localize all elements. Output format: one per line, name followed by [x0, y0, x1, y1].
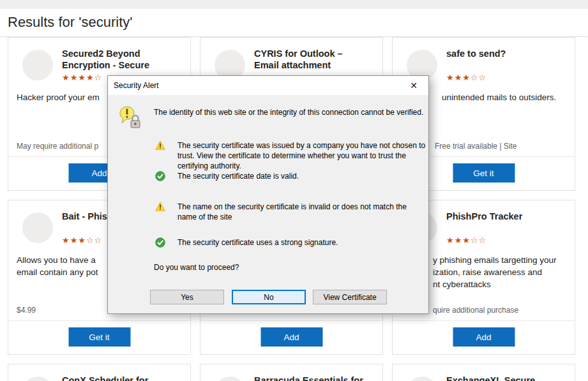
divider: [200, 320, 382, 321]
dialog-titlebar[interactable]: Security Alert ✕: [108, 76, 428, 95]
dialog-item: The security certificate date is valid.: [155, 171, 426, 181]
addin-card: ExchangeXL Secure: [392, 364, 575, 381]
addin-footnote: May require additional p: [17, 142, 98, 151]
page-title: Results for 'security': [8, 14, 588, 31]
addin-title[interactable]: safe to send?: [446, 48, 561, 59]
close-button[interactable]: ✕: [399, 76, 428, 95]
warning-icon: [155, 202, 165, 212]
add-button[interactable]: Add: [453, 327, 515, 347]
rating-stars: ★★★☆☆: [62, 235, 102, 245]
ok-icon: [155, 237, 165, 248]
dialog-item-text: The security certificate uses a strong s…: [177, 237, 426, 248]
addin-footnote: Free trial available | Site: [435, 142, 517, 151]
get-it-button[interactable]: Get it: [68, 327, 130, 347]
dialog-item: The name on the security certificate is …: [155, 202, 426, 222]
addin-avatar: [22, 377, 53, 381]
description-line: nt cyberattacks: [433, 278, 569, 290]
page-header: Results for 'security': [0, 9, 588, 37]
addin-title[interactable]: Secured2 Beyond Encryption - Secure: [62, 48, 177, 71]
view-certificate-button[interactable]: View Certificate: [313, 290, 387, 304]
get-it-button[interactable]: Get it: [453, 163, 515, 183]
security-alert-dialog: Security Alert ✕ The identity of this we…: [107, 75, 429, 314]
dialog-item-text: The security certificate date is valid.: [177, 171, 426, 181]
addin-avatar: [22, 213, 53, 243]
addin-card: ConX Scheduler for: [8, 364, 191, 381]
ok-icon: [155, 171, 165, 181]
description-line: y phishing emails targetting your: [433, 254, 569, 266]
addin-footnote: quire additional purchase: [433, 306, 518, 315]
dialog-item-text: The name on the security certificate is …: [177, 202, 426, 222]
security-alert-icon: [118, 105, 141, 130]
close-icon: ✕: [410, 80, 418, 91]
top-strip: [0, 0, 588, 9]
addin-title[interactable]: Barracuda Essentials for: [254, 375, 382, 381]
dialog-item-text: The security certificate was issued by a…: [177, 140, 426, 171]
rating-stars: ★★★★☆: [62, 73, 102, 82]
rating-stars: ★★★☆☆: [446, 235, 486, 245]
warning-icon: [155, 140, 165, 151]
dialog-main-text: The identity of this web site or the int…: [154, 108, 432, 117]
addin-title[interactable]: CYRIS for Outlook – Email attachment: [254, 48, 369, 71]
yes-button[interactable]: Yes: [150, 290, 224, 304]
addin-avatar: [407, 377, 437, 381]
add-button[interactable]: Add: [260, 327, 322, 347]
addin-title[interactable]: ConX Scheduler for: [62, 375, 190, 381]
dialog-question: Do you want to proceed?: [154, 263, 239, 272]
addin-price: $4.99: [17, 306, 36, 315]
dialog-title: Security Alert: [114, 81, 159, 90]
no-button[interactable]: No: [232, 290, 306, 304]
dialog-item: The security certificate uses a strong s…: [155, 237, 426, 248]
addin-avatar: [215, 377, 245, 381]
addin-title[interactable]: PhishPro Tracker: [446, 211, 574, 222]
addin-avatar: [22, 50, 53, 80]
rating-stars: ★★★☆☆: [446, 73, 486, 82]
app-window: Results for 'security' Secured2 Beyond E…: [0, 0, 588, 381]
divider: [393, 320, 575, 321]
description-line: unintended mails to outsiders.: [442, 91, 569, 103]
dialog-item: The security certificate was issued by a…: [155, 140, 426, 171]
dialog-body: The identity of this web site or the int…: [108, 95, 428, 313]
addin-title[interactable]: ExchangeXL Secure: [446, 375, 574, 381]
divider: [8, 320, 190, 321]
addin-card: Barracuda Essentials for: [200, 364, 383, 381]
description-line: ization, raise awareness and: [433, 266, 569, 278]
